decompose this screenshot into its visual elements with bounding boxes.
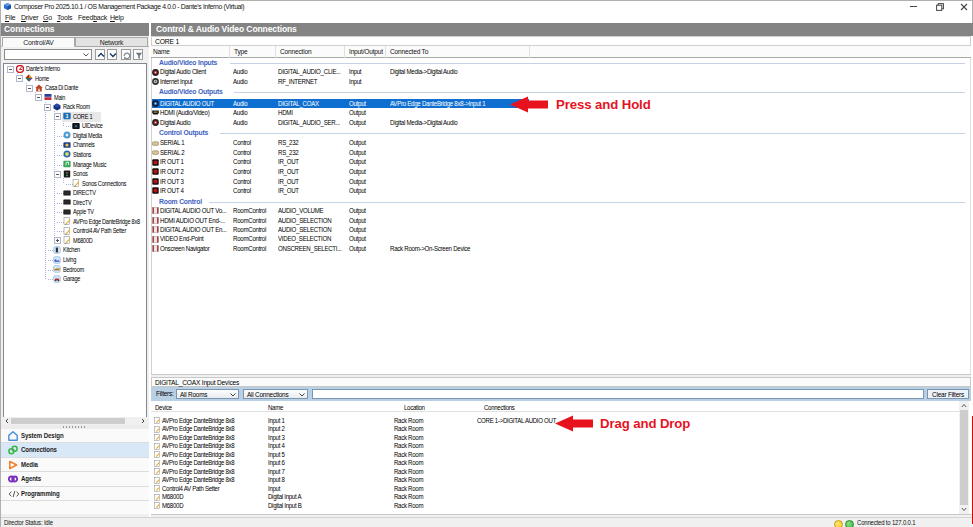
svg-text:1: 1 [65, 113, 68, 119]
